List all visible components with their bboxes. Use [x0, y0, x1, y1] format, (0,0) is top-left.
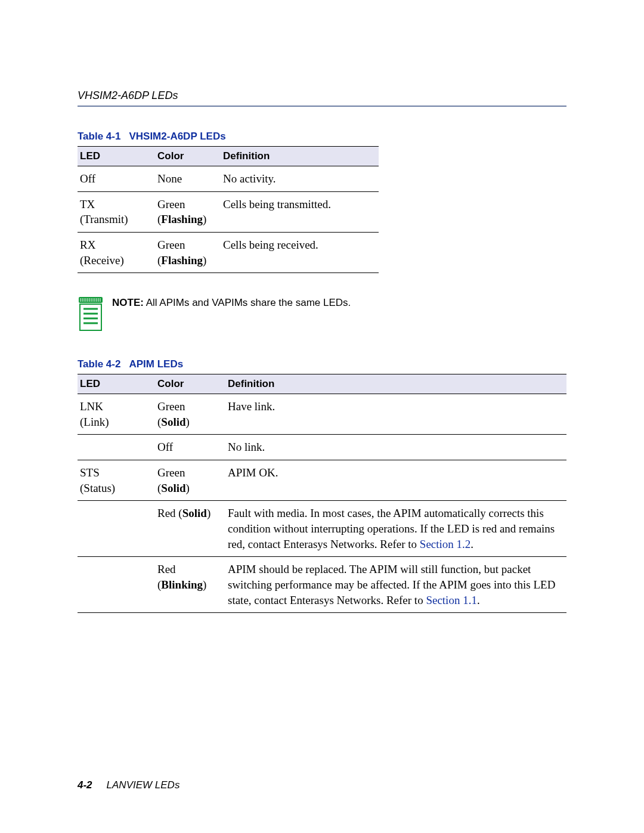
cell-led-sub: (Transmit) [80, 212, 149, 227]
table2-header-definition: Definition [225, 374, 566, 394]
page-header: VHSIM2-A6DP LEDs [78, 89, 566, 107]
table2-header-led: LED [78, 374, 155, 394]
note-block: NOTE: All APIMs and VAPIMs share the sam… [78, 296, 566, 335]
cell-definition: No activity. [223, 172, 275, 185]
note-label: NOTE: [112, 297, 144, 308]
table-row: Red (Blinking) APIM should be replaced. … [78, 557, 566, 613]
cell-color-mod: (Solid) [157, 414, 219, 430]
link-section-1-2[interactable]: Section 1.2 [420, 538, 471, 550]
cell-color: Green [157, 197, 215, 212]
cell-color: Green [157, 399, 219, 414]
cell-led: RX [80, 237, 149, 253]
table2-caption-title: APIM LEDs [129, 358, 183, 370]
page-number: 4-2 [78, 779, 92, 791]
cell-led-sub: (Receive) [80, 253, 149, 268]
table1-caption: Table 4-1VHSIM2-A6DP LEDs [78, 131, 566, 143]
cell-definition: Have link. [228, 400, 275, 413]
table2-caption: Table 4-2APIM LEDs [78, 358, 566, 370]
cell-definition: No link. [228, 441, 265, 453]
cell-color-mod: (Flashing) [157, 212, 215, 227]
cell-definition: Cells being transmitted. [223, 198, 331, 210]
cell-led: LNK [80, 399, 149, 414]
cell-color: Red (Solid) [157, 507, 210, 519]
cell-color: Off [157, 441, 173, 453]
table-row: Off None No activity. [78, 166, 379, 192]
note-body: All APIMs and VAPIMs share the same LEDs… [144, 297, 351, 308]
cell-color-mod: (Blinking) [157, 577, 219, 593]
note-text: NOTE: All APIMs and VAPIMs share the sam… [112, 296, 351, 309]
table1-header-led: LED [78, 147, 155, 166]
table2-caption-number: Table 4-2 [78, 358, 120, 370]
note-icon [78, 296, 104, 335]
cell-definition: APIM OK. [228, 466, 278, 479]
table1-caption-title: VHSIM2-A6DP LEDs [129, 131, 225, 142]
table1-header-color: Color [155, 147, 221, 166]
cell-definition: APIM should be replaced. The APIM will s… [225, 557, 566, 613]
table-row: TX (Transmit) Green (Flashing) Cells bei… [78, 191, 379, 232]
table1-caption-number: Table 4-1 [78, 131, 120, 142]
page-footer: 4-2LANVIEW LEDs [78, 779, 179, 791]
cell-definition: Cells being received. [223, 239, 318, 251]
cell-color-mod: (Flashing) [157, 253, 215, 268]
table1: LED Color Definition Off None No activit… [78, 146, 379, 273]
table2-header-color: Color [155, 374, 225, 394]
cell-led-sub: (Link) [80, 414, 149, 430]
footer-section: LANVIEW LEDs [107, 779, 180, 791]
table-row: STS (Status) Green (Solid) APIM OK. [78, 460, 566, 501]
cell-led: TX [80, 197, 149, 212]
table-row: LNK (Link) Green (Solid) Have link. [78, 394, 566, 435]
table2: LED Color Definition LNK (Link) Green (S… [78, 374, 566, 613]
cell-led: STS [80, 465, 149, 481]
cell-led: Off [80, 172, 95, 185]
cell-color-mod: (Solid) [157, 481, 219, 496]
cell-color: None [157, 172, 182, 185]
table-row: Off No link. [78, 435, 566, 460]
cell-led-sub: (Status) [80, 481, 149, 496]
cell-color: Green [157, 237, 215, 253]
cell-definition: Fault with media. In most cases, the API… [225, 501, 566, 557]
table-row: Red (Solid) Fault with media. In most ca… [78, 501, 566, 557]
table1-header-definition: Definition [221, 147, 379, 166]
table-row: RX (Receive) Green (Flashing) Cells bein… [78, 232, 379, 272]
cell-color: Green [157, 465, 219, 481]
link-section-1-1[interactable]: Section 1.1 [426, 594, 477, 606]
cell-color: Red [157, 562, 219, 577]
